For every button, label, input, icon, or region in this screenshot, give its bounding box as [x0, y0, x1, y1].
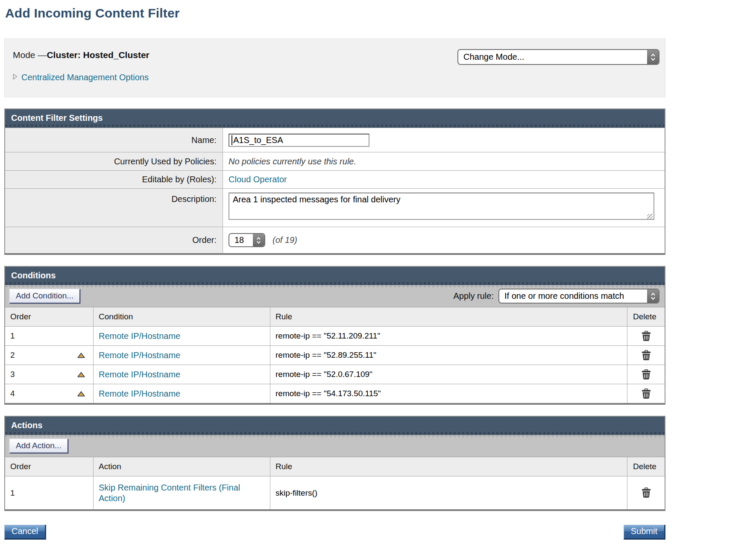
policies-label: Currently Used by Policies:	[5, 152, 223, 170]
condition-rule: remote-ip == "52.89.255.11"	[275, 350, 376, 360]
add-condition-button[interactable]: Add Condition...	[9, 289, 80, 304]
col-header-delete: Delete	[627, 307, 665, 326]
condition-order: 3	[10, 370, 15, 379]
description-row: Description: Area 1 inspected messages f…	[5, 188, 665, 227]
editable-row: Editable by (Roles): Cloud Operator	[5, 170, 665, 188]
resize-grip-icon[interactable]	[647, 214, 653, 219]
col-header-action: Action	[93, 457, 270, 476]
order-select[interactable]: 18	[229, 233, 265, 247]
settings-section-header: Content Filter Settings	[5, 109, 665, 128]
mode-panel: Mode —Cluster: Hosted_Cluster Change Mod…	[4, 38, 665, 97]
centralized-management-row: Centralized Management Options	[13, 73, 659, 82]
actions-table-header: Order Action Rule Delete	[5, 457, 665, 476]
actions-section: Actions Add Action... Order Action Rule …	[4, 416, 665, 511]
condition-row: 2 Remote IP/Hostname remote-ip == "52.89…	[5, 345, 665, 365]
name-input-wrap	[229, 134, 369, 147]
col-header-rule: Rule	[270, 307, 627, 326]
cloud-operator-link[interactable]: Cloud Operator	[229, 175, 287, 184]
condition-order: 4	[10, 389, 15, 398]
updown-stepper-icon	[647, 50, 659, 64]
change-mode-select[interactable]: Change Mode...	[457, 49, 659, 65]
condition-row: 1 Remote IP/Hostname remote-ip == "52.11…	[5, 326, 665, 345]
move-up-icon[interactable]	[77, 391, 85, 397]
content-filter-settings-section: Content Filter Settings Name: Currently …	[4, 108, 665, 255]
updown-stepper-icon	[647, 289, 659, 303]
text-caret	[231, 135, 232, 145]
condition-order: 2	[10, 350, 15, 360]
updown-stepper-icon	[253, 234, 264, 246]
condition-link[interactable]: Remote IP/Hostname	[99, 350, 180, 360]
condition-order: 1	[10, 331, 15, 341]
conditions-section: Conditions Add Condition... Apply rule: …	[4, 266, 665, 405]
condition-link[interactable]: Remote IP/Hostname	[99, 331, 180, 341]
move-up-icon[interactable]	[77, 353, 85, 358]
trash-icon[interactable]	[642, 388, 651, 399]
name-row: Name:	[5, 128, 665, 152]
change-mode-selected-value: Change Mode...	[458, 50, 647, 64]
order-label: Order:	[5, 227, 223, 253]
apply-rule-group: Apply rule: If one or more conditions ma…	[454, 289, 660, 304]
name-label: Name:	[5, 128, 223, 152]
cancel-button[interactable]: Cancel	[4, 525, 46, 540]
description-textarea[interactable]: Area 1 inspected messages for final deli…	[229, 193, 654, 220]
condition-rule: remote-ip == "52.11.209.211"	[275, 331, 380, 341]
action-row: 1 Skip Remaining Content Filters (Final …	[5, 476, 665, 509]
actions-toolbar: Add Action...	[5, 435, 665, 457]
conditions-toolbar: Add Condition... Apply rule: If one or m…	[5, 285, 665, 307]
order-of-text: (of 19)	[273, 235, 297, 245]
mode-label: Mode —	[13, 50, 47, 60]
condition-link[interactable]: Remote IP/Hostname	[99, 389, 180, 399]
description-label: Description:	[5, 189, 223, 227]
name-input[interactable]	[229, 134, 369, 147]
conditions-table: Order Condition Rule Delete 1 Remote IP/…	[5, 307, 665, 403]
actions-table: Order Action Rule Delete 1 Skip Remainin…	[5, 457, 665, 509]
add-action-button[interactable]: Add Action...	[9, 439, 68, 453]
condition-rule: remote-ip == "54.173.50.115"	[275, 389, 381, 398]
policies-row: Currently Used by Policies: No policies …	[5, 152, 665, 170]
col-header-order: Order	[5, 457, 93, 476]
trash-icon[interactable]	[642, 350, 651, 361]
order-selected-value: 18	[229, 234, 253, 246]
conditions-section-header: Conditions	[5, 267, 665, 285]
submit-button[interactable]: Submit	[624, 525, 665, 540]
action-link[interactable]: Skip Remaining Content Filters (Final Ac…	[99, 482, 263, 504]
apply-rule-select[interactable]: If one or more conditions match	[498, 289, 659, 304]
policies-value: No policies currently use this rule.	[229, 157, 356, 166]
col-header-delete: Delete	[627, 457, 665, 476]
trash-icon[interactable]	[642, 369, 651, 380]
trash-icon[interactable]	[642, 488, 651, 498]
col-header-rule: Rule	[270, 457, 627, 476]
move-up-icon[interactable]	[77, 372, 85, 377]
order-row: Order: 18 (of 19)	[5, 227, 665, 253]
actions-section-header: Actions	[5, 417, 665, 435]
condition-row: 4 Remote IP/Hostname remote-ip == "54.17…	[5, 384, 665, 403]
description-textarea-wrap: Area 1 inspected messages for final deli…	[229, 193, 654, 222]
page-title: Add Incoming Content Filter	[5, 6, 665, 20]
page: Add Incoming Content Filter Mode —Cluste…	[4, 6, 665, 540]
apply-rule-label: Apply rule:	[454, 291, 494, 301]
mode-value: Cluster: Hosted_Cluster	[47, 50, 149, 60]
col-header-order: Order	[5, 307, 93, 326]
disclosure-triangle-icon[interactable]	[13, 73, 18, 82]
editable-label: Editable by (Roles):	[5, 171, 223, 188]
condition-row: 3 Remote IP/Hostname remote-ip == "52.0.…	[5, 365, 665, 384]
action-order: 1	[10, 488, 15, 498]
action-rule: skip-filters()	[275, 488, 317, 498]
condition-rule: remote-ip == "52.0.67.109"	[275, 370, 372, 379]
trash-icon[interactable]	[642, 331, 651, 342]
conditions-table-header: Order Condition Rule Delete	[5, 307, 665, 326]
apply-rule-selected-value: If one or more conditions match	[499, 289, 647, 303]
condition-link[interactable]: Remote IP/Hostname	[99, 370, 180, 380]
footer-button-bar: Cancel Submit	[4, 525, 665, 540]
centralized-management-link[interactable]: Centralized Management Options	[21, 73, 149, 82]
col-header-condition: Condition	[93, 307, 270, 326]
